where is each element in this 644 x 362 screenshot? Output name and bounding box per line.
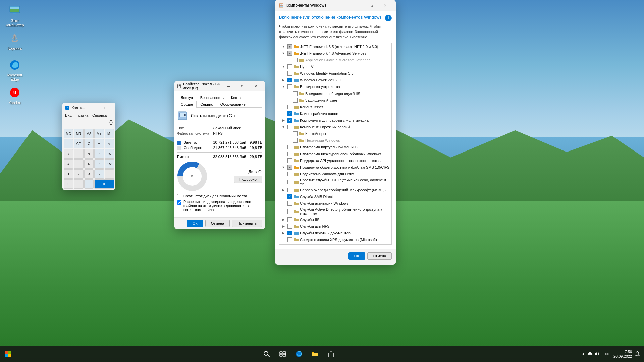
taskbar-network-icon[interactable] <box>587 351 593 357</box>
disk-minimize-btn[interactable]: — <box>222 81 235 91</box>
feature-list-item[interactable]: ▼■ .NET Framework 4.8 Advanced Services <box>279 50 391 57</box>
feature-list-item[interactable]: ▶✓ Службы печати и документов <box>279 230 391 236</box>
calc-key-inv[interactable]: 1/x <box>105 159 114 169</box>
disk-index-checkbox[interactable] <box>177 200 181 205</box>
feature-list-item[interactable]: Клиент Telnet <box>279 104 391 110</box>
calc-key-7[interactable]: 7 <box>64 149 73 159</box>
calc-key-2[interactable]: 2 <box>74 169 83 179</box>
calc-key-sub[interactable]: - <box>94 169 104 179</box>
feature-checkbox[interactable] <box>287 180 292 184</box>
calc-key-ce[interactable]: CE <box>74 139 83 148</box>
taskbar-store-btn[interactable] <box>324 347 338 361</box>
disk-tab-quota[interactable]: Квота <box>227 94 245 101</box>
feature-expand-btn[interactable]: ▶ <box>281 187 286 193</box>
feature-checkbox[interactable] <box>293 138 298 143</box>
feature-checkbox[interactable] <box>287 188 292 192</box>
feature-expand-btn[interactable] <box>286 57 291 63</box>
disk-compress-checkbox[interactable] <box>177 194 181 198</box>
feature-expand-btn[interactable]: ▼ <box>281 165 286 170</box>
feature-list-item[interactable]: ▶✓ Компоненты для работы с мультимедиа <box>279 117 391 124</box>
disk-detail-btn[interactable]: Подробно <box>234 176 262 183</box>
disk-tab-security[interactable]: Безопасность <box>197 94 227 101</box>
feature-list-item[interactable]: Поддержка API удаленного разностного сжа… <box>279 157 391 164</box>
feature-expand-btn[interactable] <box>281 171 286 177</box>
feature-expand-btn[interactable] <box>281 151 286 157</box>
feature-checkbox[interactable] <box>287 172 292 176</box>
feature-checkbox[interactable] <box>293 131 298 136</box>
calc-key-mminus[interactable]: M- <box>105 129 114 138</box>
disk-tab-service[interactable]: Сервис <box>197 101 217 108</box>
features-info-icon[interactable]: i <box>385 15 392 21</box>
taskbar-volume-icon[interactable] <box>595 351 600 357</box>
feature-expand-btn[interactable]: ▼ <box>281 64 286 69</box>
disk-close-btn[interactable]: ✕ <box>249 81 262 91</box>
feature-checkbox[interactable] <box>287 125 292 129</box>
feature-expand-btn[interactable]: ▼ <box>281 44 286 49</box>
feature-checkbox[interactable]: ✓ <box>287 111 292 116</box>
feature-list-item[interactable]: Простые службы TCPIP (такие как echo, da… <box>279 177 391 187</box>
feature-list-item[interactable]: Application Guard в Microsoft Defender <box>279 57 391 63</box>
feature-checkbox[interactable] <box>287 64 292 69</box>
calc-key-div[interactable]: / <box>94 149 104 159</box>
feature-list-item[interactable]: ▶✓ Windows PowerShell 2.0 <box>279 77 391 83</box>
calc-key-9[interactable]: 9 <box>84 149 94 159</box>
calc-key-3[interactable]: 3 <box>84 169 94 179</box>
feature-list-item[interactable]: Защищенный узел <box>279 97 391 104</box>
features-ok-btn[interactable]: OK <box>348 252 365 260</box>
calc-key-sign[interactable]: ± <box>94 139 104 148</box>
feature-list-item[interactable]: Службы активации Windows <box>279 200 391 207</box>
feature-list-item[interactable]: ▶ Сервер очереди сообщений Майкрософт (M… <box>279 187 391 193</box>
disk-ok-btn[interactable]: ОК <box>187 220 203 227</box>
feature-checkbox[interactable] <box>287 158 292 163</box>
calc-menu-help[interactable]: Справка <box>92 113 107 117</box>
feature-list-item[interactable]: ✓ Служба SMB Direct <box>279 193 391 200</box>
feature-list-item[interactable]: Контейнеры <box>279 130 391 137</box>
feature-expand-btn[interactable] <box>281 194 286 199</box>
feature-expand-btn[interactable]: ▼ <box>281 124 286 130</box>
calc-key-4[interactable]: 4 <box>64 159 73 169</box>
calc-key-0[interactable]: 0 <box>64 179 73 189</box>
taskbar-search-btn[interactable] <box>259 347 274 361</box>
calc-key-mplus[interactable]: M+ <box>94 129 104 138</box>
calc-key-ms[interactable]: MS <box>84 129 94 138</box>
calc-menu-edit[interactable]: Правка <box>76 113 88 117</box>
feature-list-item[interactable]: ▼ Блокировка устройства <box>279 83 391 90</box>
taskbar-explorer-btn[interactable] <box>308 347 322 361</box>
feature-expand-btn[interactable]: ▼ <box>281 51 286 56</box>
feature-list-item[interactable]: ▼■ .NET Framework 3.5 (включает .NET 2.0… <box>279 43 391 50</box>
feature-list-item[interactable]: Песочница Windows <box>279 137 391 144</box>
feature-expand-btn[interactable]: ▶ <box>281 77 286 83</box>
desktop-icon-recycle[interactable]: Корзина <box>3 30 27 52</box>
disk-tab-general[interactable]: Общие <box>177 101 197 108</box>
feature-checkbox[interactable] <box>293 91 298 96</box>
calc-key-8[interactable]: 8 <box>74 149 83 159</box>
feature-checkbox[interactable] <box>293 58 298 62</box>
taskbar-datetime[interactable]: 7:56 26.09.2022 <box>613 349 632 359</box>
feature-expand-btn[interactable] <box>281 111 286 116</box>
feature-expand-btn[interactable]: ▼ <box>281 84 286 89</box>
feature-checkbox[interactable]: ■ <box>287 165 292 170</box>
feature-list-item[interactable]: Службы Active Directory облегченного дос… <box>279 207 391 216</box>
calc-close-btn[interactable]: ✕ <box>112 103 115 113</box>
feature-expand-btn[interactable] <box>281 209 286 214</box>
taskbar-start-btn[interactable] <box>0 346 16 362</box>
feature-list-item[interactable]: ▶ Службы IIS <box>279 216 391 223</box>
taskbar-lang[interactable]: ENG <box>603 352 611 356</box>
calc-menu-view[interactable]: Вид <box>65 113 72 117</box>
feature-checkbox[interactable]: ✓ <box>287 118 292 123</box>
feature-checkbox[interactable] <box>287 145 292 149</box>
calc-key-equals[interactable]: = <box>94 179 114 189</box>
feature-checkbox[interactable] <box>287 224 292 229</box>
feature-checkbox[interactable] <box>287 152 292 156</box>
calc-key-dot[interactable]: . <box>74 179 83 189</box>
taskbar-chevron-btn[interactable]: ▲ <box>581 352 585 356</box>
taskbar-taskview-btn[interactable] <box>275 347 290 361</box>
calc-key-mc[interactable]: MC <box>64 129 73 138</box>
disk-maximize-btn[interactable]: □ <box>235 81 249 91</box>
feature-checkbox[interactable] <box>287 84 292 89</box>
feature-expand-btn[interactable] <box>281 71 286 76</box>
calc-key-1[interactable]: 1 <box>64 169 73 179</box>
disk-apply-btn[interactable]: Применить <box>232 220 262 227</box>
taskbar-notification-btn[interactable] <box>635 351 640 357</box>
feature-expand-btn[interactable] <box>281 201 286 206</box>
